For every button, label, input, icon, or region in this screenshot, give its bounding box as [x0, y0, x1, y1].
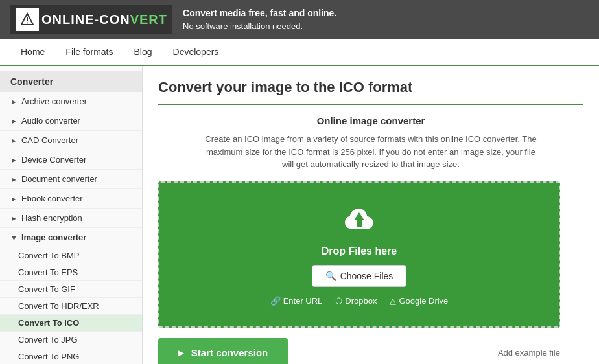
sidebar-item-image[interactable]: ▼ Image converter — [0, 228, 142, 247]
arrow-icon: ▼ — [10, 234, 18, 242]
choose-files-button[interactable]: 🔍 Choose Files — [312, 265, 407, 287]
sidebar-subitem-bmp[interactable]: Convert To BMP — [0, 247, 142, 264]
sidebar-label: Archive converter — [21, 97, 87, 106]
converter-section: Online image converter Create an ICO ima… — [158, 115, 583, 364]
sidebar-label: Image converter — [21, 233, 86, 242]
header-tagline: Convert media free, fast and online. No … — [183, 6, 336, 33]
drive-icon: △ — [390, 296, 396, 306]
nav: Home File formats Blog Developers — [0, 39, 599, 66]
nav-file-formats[interactable]: File formats — [55, 39, 123, 65]
enter-url-label: Enter URL — [283, 296, 323, 306]
logo-text-1: ONLINE-CON — [41, 12, 130, 27]
sidebar-subitem-jpg[interactable]: Convert To JPG — [0, 332, 142, 348]
dropbox-label: Dropbox — [345, 296, 377, 306]
upload-options: 🔗 Enter URL ⬡ Dropbox △ Google Drive — [172, 296, 546, 306]
page-title: Convert your image to the ICO format — [158, 79, 583, 105]
converter-title: Online image converter — [158, 115, 583, 126]
tagline-main: Convert media free, fast and online. — [183, 6, 336, 20]
sidebar-label: Device Converter — [21, 155, 86, 165]
sidebar-item-archive[interactable]: ► Archive converter — [0, 92, 142, 111]
sidebar-item-device[interactable]: ► Device Converter — [0, 150, 142, 170]
arrow-icon: ► — [10, 195, 18, 203]
google-drive-option[interactable]: △ Google Drive — [390, 296, 448, 306]
svg-point-3 — [27, 23, 28, 24]
converter-description: Create an ICO image from a variety of so… — [202, 133, 539, 171]
arrow-icon: ► — [10, 137, 18, 144]
search-icon: 🔍 — [325, 271, 336, 281]
sidebar: Converter ► Archive converter ► Audio co… — [0, 66, 143, 364]
sidebar-item-audio[interactable]: ► Audio converter — [0, 111, 142, 131]
nav-blog[interactable]: Blog — [123, 39, 162, 65]
layout: Converter ► Archive converter ► Audio co… — [0, 66, 599, 364]
arrow-icon: ► — [10, 117, 18, 125]
arrow-icon: ► — [10, 156, 18, 164]
sidebar-item-document[interactable]: ► Document converter — [0, 170, 142, 189]
enter-url-option[interactable]: 🔗 Enter URL — [270, 296, 323, 306]
sidebar-subitem-gif[interactable]: Convert To GIF — [0, 281, 142, 298]
start-conversion-button[interactable]: ► Start conversion — [158, 338, 288, 365]
sidebar-subitem-png[interactable]: Convert To PNG — [0, 348, 142, 364]
sidebar-item-ebook[interactable]: ► Ebook converter — [0, 189, 142, 209]
add-example-link[interactable]: Add example file — [498, 348, 560, 358]
sidebar-label: Audio converter — [21, 116, 80, 126]
sidebar-label: Document converter — [21, 174, 97, 184]
logo-text: ONLINE-CONVERT — [41, 12, 167, 27]
sidebar-label: Ebook converter — [21, 194, 83, 203]
bottom-bar: ► Start conversion Add example file — [158, 338, 560, 365]
tagline-sub: No software installation needed. — [183, 20, 336, 33]
main-content: Convert your image to the ICO format Onl… — [143, 66, 599, 364]
nav-developers[interactable]: Developers — [163, 39, 229, 65]
dropbox-option[interactable]: ⬡ Dropbox — [335, 296, 377, 306]
arrow-icon: ► — [10, 214, 18, 222]
dropbox-icon: ⬡ — [335, 296, 342, 306]
choose-files-label: Choose Files — [340, 271, 393, 281]
drop-zone[interactable]: Drop Files here 🔍 Choose Files 🔗 Enter U… — [158, 181, 560, 328]
logo-text-2: VERT — [130, 12, 167, 27]
sidebar-item-hash[interactable]: ► Hash encryption — [0, 209, 142, 228]
sidebar-header: Converter — [0, 71, 142, 92]
google-drive-label: Google Drive — [399, 296, 448, 306]
sidebar-label: Hash encryption — [21, 213, 82, 223]
chevron-right-icon: ► — [176, 347, 186, 358]
sidebar-item-cad[interactable]: ► CAD Converter — [0, 131, 142, 150]
nav-home[interactable]: Home — [10, 39, 55, 65]
arrow-icon: ► — [10, 98, 18, 106]
upload-icon — [172, 203, 546, 240]
logo-icon — [16, 8, 39, 31]
link-icon: 🔗 — [270, 296, 281, 306]
arrow-icon: ► — [10, 176, 18, 183]
logo-box: ONLINE-CONVERT — [10, 5, 172, 34]
drop-text: Drop Files here — [172, 245, 546, 257]
start-btn-label: Start conversion — [191, 347, 268, 358]
header: ONLINE-CONVERT Convert media free, fast … — [0, 0, 599, 39]
sidebar-subitem-eps[interactable]: Convert To EPS — [0, 264, 142, 281]
sidebar-label: CAD Converter — [21, 135, 78, 145]
sidebar-subitem-hdr[interactable]: Convert To HDR/EXR — [0, 298, 142, 315]
sidebar-subitem-ico[interactable]: Convert To ICO — [0, 315, 142, 332]
